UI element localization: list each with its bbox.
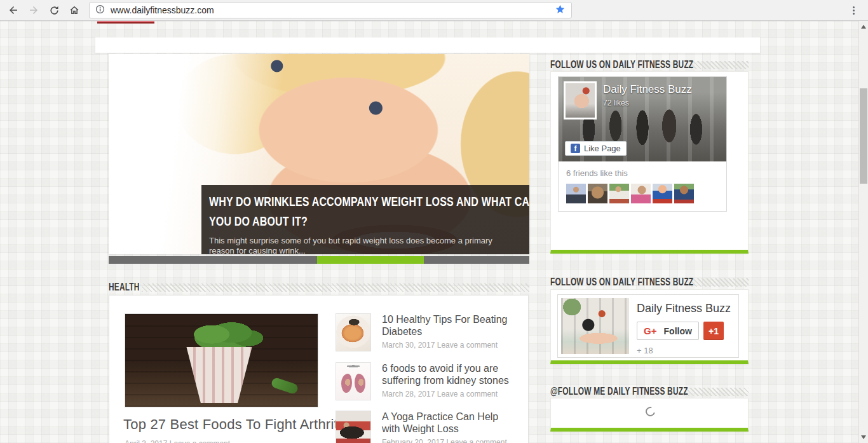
url-text[interactable]: www.dailyfitnessbuzz.com — [111, 5, 555, 15]
heading-stripes-decoration — [684, 388, 749, 396]
page-content: WHY DO WRINKLES ACCOMPANY WEIGHT LOSS AN… — [0, 21, 868, 443]
health-heading-text: HEALTH — [109, 281, 140, 294]
hero-caption: WHY DO WRINKLES ACCOMPANY WEIGHT LOSS AN… — [201, 185, 529, 254]
facebook-likes-count: 72 likes — [603, 99, 629, 107]
facebook-icon: f — [571, 144, 580, 153]
browser-toolbar: www.dailyfitnessbuzz.com — [0, 0, 868, 21]
article-title[interactable]: A Yoga Practice Can Help with Weight Los… — [382, 411, 515, 435]
heading-stripes-decoration — [142, 283, 529, 292]
hero-title-link[interactable]: WHY DO WRINKLES ACCOMPANY WEIGHT LOSS AN… — [209, 192, 529, 231]
facebook-profile-picture[interactable] — [564, 81, 597, 119]
twitter-feed-widget — [550, 398, 749, 432]
facebook-page-name[interactable]: Daily Fitness Buzz — [603, 83, 692, 96]
facebook-cover-photo[interactable]: Daily Fitness Buzz 72 likes f Like Page — [559, 77, 726, 161]
facebook-like-page-button[interactable]: f Like Page — [565, 141, 627, 156]
gplus-follow-widget: Daily Fitness Buzz G+ Follow +1 + 18 — [550, 289, 749, 364]
home-icon — [69, 4, 80, 16]
gplus-heading-text: FOLLOW US ON DAILY FITNESS BUZZ — [550, 276, 693, 289]
plus-one-count: + 18 — [637, 346, 653, 355]
pea-stray-shape — [271, 377, 299, 395]
page-scrollbar[interactable] — [858, 21, 868, 443]
slider-progress-bar[interactable] — [109, 256, 529, 264]
featured-article-meta: April 3, 2017 Leave a comment — [125, 439, 230, 443]
scrollbar-thumb[interactable] — [860, 88, 867, 184]
gplus-icon: G+ — [644, 325, 656, 336]
home-button[interactable] — [66, 2, 83, 18]
facebook-page-plugin: Daily Fitness Buzz 72 likes f Like Page … — [558, 76, 727, 212]
friend-avatar[interactable] — [631, 184, 651, 203]
article-list-item: A Yoga Practice Can Help with Weight Los… — [336, 411, 515, 443]
like-page-label: Like Page — [584, 144, 621, 153]
friend-avatar[interactable] — [588, 184, 607, 203]
info-circle-icon[interactable] — [95, 4, 105, 17]
article-thumbnail[interactable] — [336, 313, 371, 351]
friend-avatar[interactable] — [674, 184, 694, 203]
hero-slide[interactable]: WHY DO WRINKLES ACCOMPANY WEIGHT LOSS AN… — [109, 54, 529, 254]
address-bar[interactable]: www.dailyfitnessbuzz.com — [89, 2, 572, 18]
twitter-heading-text: @FOLLOW ME DAILY FITNESS BUZZ — [550, 385, 688, 398]
reload-icon — [49, 5, 60, 16]
gplus-follow-button[interactable]: G+ Follow — [637, 322, 699, 340]
gplus-widget-heading: FOLLOW US ON DAILY FITNESS BUZZ — [550, 276, 749, 289]
gplus-page-photo — [561, 298, 629, 354]
article-meta: February 20, 2017 Leave a comment — [382, 438, 515, 443]
article-list-item: 6 foods to avoid if you are suffering fr… — [336, 362, 515, 400]
scroll-down-arrow-icon[interactable] — [861, 435, 866, 439]
reload-button[interactable] — [46, 2, 62, 18]
friend-avatar[interactable] — [653, 184, 672, 203]
facebook-page-widget: Daily Fitness Buzz 72 likes f Like Page … — [550, 71, 749, 254]
forward-arrow-icon — [28, 4, 39, 16]
loading-spinner-icon — [644, 405, 656, 418]
bookmark-star-icon[interactable] — [555, 4, 566, 17]
hero-excerpt: This might surprise some of you but rapi… — [209, 236, 513, 254]
health-section-heading: HEALTH — [109, 281, 529, 294]
browser-menu-button[interactable] — [848, 4, 859, 16]
friend-avatar[interactable] — [609, 184, 629, 203]
slider-progress-fill — [317, 256, 424, 264]
site-header-band — [95, 37, 760, 53]
twitter-widget-heading: @FOLLOW ME DAILY FITNESS BUZZ — [550, 385, 749, 398]
facebook-widget-heading: FOLLOW US ON DAILY FITNESS BUZZ — [550, 58, 749, 71]
health-articles-card: Top 27 Best Foods To Fight Arthritis Apr… — [109, 295, 529, 443]
active-nav-underline — [97, 21, 154, 24]
gplus-card: Daily Fitness Buzz G+ Follow +1 + 18 — [557, 294, 739, 358]
article-title[interactable]: 10 Healthy Tips For Beating Diabetes — [382, 313, 515, 337]
facebook-friends-section: 6 friends like this — [559, 161, 726, 211]
article-meta: March 28, 2017 Leave a comment — [382, 390, 515, 399]
three-dots-icon — [853, 6, 855, 8]
friends-like-text: 6 friends like this — [566, 168, 719, 178]
gplus-page-name[interactable]: Daily Fitness Buzz — [637, 302, 731, 315]
featured-article-image[interactable] — [125, 313, 318, 407]
article-thumbnail[interactable] — [336, 411, 371, 443]
scroll-up-arrow-icon[interactable] — [861, 25, 866, 29]
follow-label: Follow — [664, 326, 692, 336]
heading-stripes-decoration — [691, 61, 749, 69]
plus-one-button[interactable]: +1 — [703, 322, 724, 340]
featured-article-title[interactable]: Top 27 Best Foods To Fight Arthritis — [123, 416, 348, 433]
pea-cup-shape — [184, 347, 255, 403]
back-arrow-icon — [8, 4, 19, 16]
friend-avatars-row — [566, 184, 719, 203]
article-meta: March 30, 2017 Leave a comment — [382, 341, 515, 350]
article-title[interactable]: 6 foods to avoid if you are suffering fr… — [382, 362, 515, 386]
article-thumbnail[interactable] — [336, 362, 371, 400]
forward-button[interactable] — [25, 2, 42, 18]
heading-stripes-decoration — [691, 278, 749, 287]
friend-avatar[interactable] — [566, 184, 586, 203]
article-list-item: 10 Healthy Tips For Beating Diabetes Mar… — [336, 313, 515, 351]
facebook-heading-text: FOLLOW US ON DAILY FITNESS BUZZ — [550, 58, 693, 71]
back-button[interactable] — [5, 2, 22, 18]
